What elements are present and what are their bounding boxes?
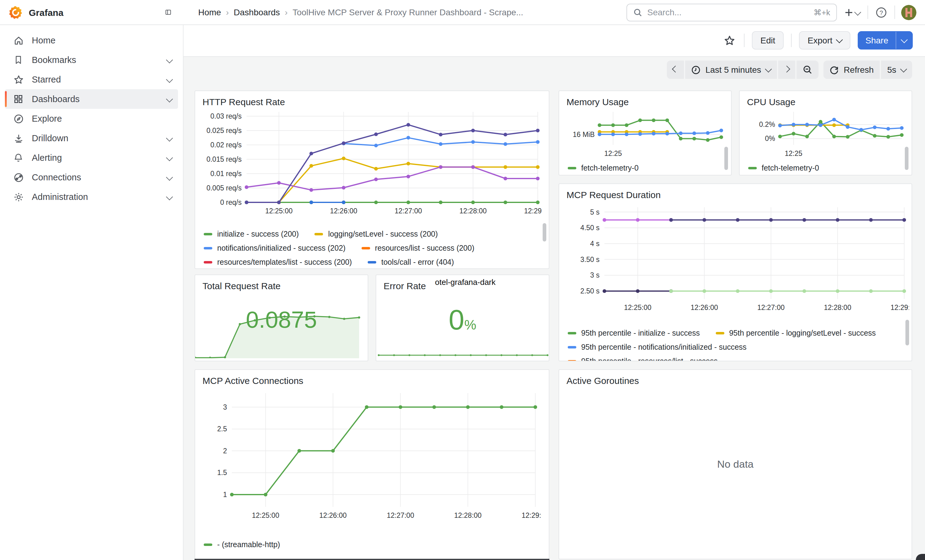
- chevron-down-icon: [900, 65, 907, 72]
- sidebar-item-label: Starred: [32, 75, 167, 84]
- panel-title: Error Rate: [376, 275, 433, 292]
- sidebar-item-bookmarks[interactable]: Bookmarks: [5, 50, 178, 70]
- panel-memory-usage[interactable]: Memory Usage 16 MiB12:25 fetch-telemetry…: [559, 90, 732, 176]
- sidebar-item-connections[interactable]: Connections: [5, 168, 178, 187]
- legend-item[interactable]: fetch-telemetry-0: [568, 164, 639, 173]
- svg-text:12:29:00: 12:29:00: [521, 511, 541, 519]
- svg-text:12:29:00: 12:29:00: [524, 207, 541, 215]
- legend-item[interactable]: resources/templates/list - success (200): [204, 258, 352, 266]
- panel-title: Total Request Rate: [195, 275, 368, 292]
- breadcrumb-separator: ›: [285, 8, 288, 17]
- legend-item[interactable]: 95th percentile - logging/setLevel - suc…: [716, 329, 876, 337]
- time-shift-back-button[interactable]: [667, 60, 684, 79]
- export-label: Export: [807, 36, 832, 45]
- sidebar-item-label: Alerting: [32, 153, 167, 163]
- svg-text:?: ?: [880, 9, 883, 16]
- chevron-down-icon: [166, 155, 173, 161]
- grafana-app: Grafana Home › Dashboards › ToolHive MCP…: [0, 0, 925, 560]
- panel-mcp-active-connections[interactable]: MCP Active Connections 11.522.5312:25:00…: [194, 369, 549, 559]
- svg-text:12:29:00: 12:29:00: [890, 303, 909, 311]
- svg-text:2.50 s: 2.50 s: [580, 287, 600, 295]
- time-shift-forward-button[interactable]: [778, 60, 795, 79]
- breadcrumb-home[interactable]: Home: [198, 8, 221, 17]
- refresh-interval-picker[interactable]: 5s: [881, 60, 912, 79]
- user-avatar[interactable]: [901, 5, 916, 20]
- legend-scrollbar[interactable]: [905, 320, 909, 345]
- memory-legend: fetch-telemetry-0: [568, 162, 731, 174]
- legend-item[interactable]: 95th percentile - resources/list - succe…: [568, 357, 718, 361]
- sidebar-item-explore[interactable]: Explore: [5, 109, 178, 128]
- panel-cpu-usage[interactable]: CPU Usage 0.2%0%12:25 fetch-telemetry-0: [739, 90, 912, 176]
- svg-text:12:27:00: 12:27:00: [387, 511, 414, 519]
- sidebar-item-dashboards[interactable]: Dashboards: [5, 89, 178, 109]
- legend-item[interactable]: - (streamable-http): [204, 540, 280, 549]
- svg-text:0.03 req/s: 0.03 req/s: [211, 112, 242, 120]
- edit-button[interactable]: Edit: [752, 31, 784, 50]
- time-range-picker[interactable]: Last 5 minutes: [685, 60, 777, 79]
- zoom-out-button[interactable]: [797, 60, 818, 79]
- time-controls: Last 5 minutes Refresh: [667, 60, 912, 79]
- share-caret-button[interactable]: [896, 32, 912, 49]
- svg-text:12:28:00: 12:28:00: [454, 511, 482, 519]
- time-range-group: Last 5 minutes: [667, 60, 818, 79]
- svg-text:1.5: 1.5: [217, 468, 227, 477]
- connections-legend: - (streamable-http): [204, 539, 549, 551]
- svg-text:12:28:00: 12:28:00: [824, 303, 851, 311]
- next-row-panel-edge: [194, 559, 549, 560]
- legend-item[interactable]: logging/setLevel - success (200): [315, 230, 438, 238]
- panel-total-request-rate[interactable]: Total Request Rate 0.0875: [194, 275, 368, 361]
- breadcrumb-dashboards[interactable]: Dashboards: [234, 8, 280, 17]
- clock-icon: [691, 65, 701, 74]
- help-button[interactable]: ?: [874, 5, 888, 19]
- svg-text:0.01 req/s: 0.01 req/s: [211, 170, 242, 177]
- chevron-right-icon: [783, 65, 790, 72]
- legend-item[interactable]: fetch-telemetry-0: [748, 164, 819, 173]
- legend-item[interactable]: 95th percentile - initialize - success: [568, 329, 700, 337]
- legend-scrollbar[interactable]: [724, 147, 728, 170]
- chevron-down-icon: [166, 135, 173, 142]
- add-button[interactable]: [843, 6, 862, 18]
- legend-item[interactable]: 95th percentile - notifications/initiali…: [568, 343, 747, 351]
- legend-scrollbar[interactable]: [905, 147, 908, 170]
- cursor-artifact: [916, 554, 925, 560]
- svg-text:1: 1: [223, 491, 227, 498]
- dashboard-content: Edit Export Share Last 5 minutes: [184, 24, 925, 560]
- share-button[interactable]: Share: [857, 31, 913, 50]
- legend-item[interactable]: notifications/initialized - success (202…: [204, 244, 346, 252]
- panel-active-goroutines[interactable]: Active Goroutines No data: [559, 369, 912, 559]
- svg-text:2.5: 2.5: [217, 425, 227, 433]
- panel-mcp-request-duration[interactable]: MCP Request Duration 2.50 s3 s3.50 s4 s4…: [559, 183, 912, 361]
- sidebar-item-drilldown[interactable]: Drilldown: [5, 128, 178, 148]
- svg-text:12:25: 12:25: [785, 150, 802, 158]
- sidebar-item-home[interactable]: Home: [5, 30, 178, 50]
- divider: [744, 34, 744, 47]
- legend-item[interactable]: resources/list - success (200): [362, 244, 475, 252]
- sidebar: Home Bookmarks Starred Dashbo: [0, 24, 184, 560]
- sidebar-item-administration[interactable]: Administration: [5, 187, 178, 207]
- sidebar-item-alerting[interactable]: Alerting: [5, 148, 178, 168]
- sidebar-toggle-icon[interactable]: [161, 6, 175, 19]
- svg-text:12:25: 12:25: [604, 150, 622, 158]
- panel-error-rate[interactable]: Error Rate otel-grafana-dark 0%: [376, 275, 549, 361]
- legend-item[interactable]: tools/call - error (404): [368, 258, 454, 266]
- datasource-overlay-label: otel-grafana-dark: [435, 278, 496, 287]
- export-button[interactable]: Export: [799, 31, 850, 50]
- chevron-down-icon: [166, 194, 173, 201]
- sidebar-item-label: Dashboards: [32, 94, 167, 104]
- share-label: Share: [858, 32, 896, 49]
- refresh-button[interactable]: Refresh: [823, 60, 880, 79]
- legend-scrollbar[interactable]: [542, 223, 546, 242]
- favorite-star-button[interactable]: [723, 33, 737, 47]
- refresh-icon: [830, 65, 839, 74]
- sidebar-item-starred[interactable]: Starred: [5, 70, 178, 89]
- chevron-down-icon: [166, 174, 173, 181]
- sidebar-item-label: Home: [32, 36, 172, 45]
- svg-text:12:25:00: 12:25:00: [624, 303, 652, 311]
- svg-text:12:28:00: 12:28:00: [459, 207, 487, 215]
- legend-item[interactable]: initialize - success (200): [204, 230, 299, 238]
- panel-http-request-rate[interactable]: HTTP Request Rate 0 req/s0.005 req/s0.01…: [194, 90, 549, 269]
- svg-text:4.50 s: 4.50 s: [580, 224, 600, 232]
- refresh-interval-label: 5s: [887, 65, 896, 75]
- search-input[interactable]: Search... ⌘+k: [627, 3, 837, 21]
- bookmark-icon: [12, 55, 24, 65]
